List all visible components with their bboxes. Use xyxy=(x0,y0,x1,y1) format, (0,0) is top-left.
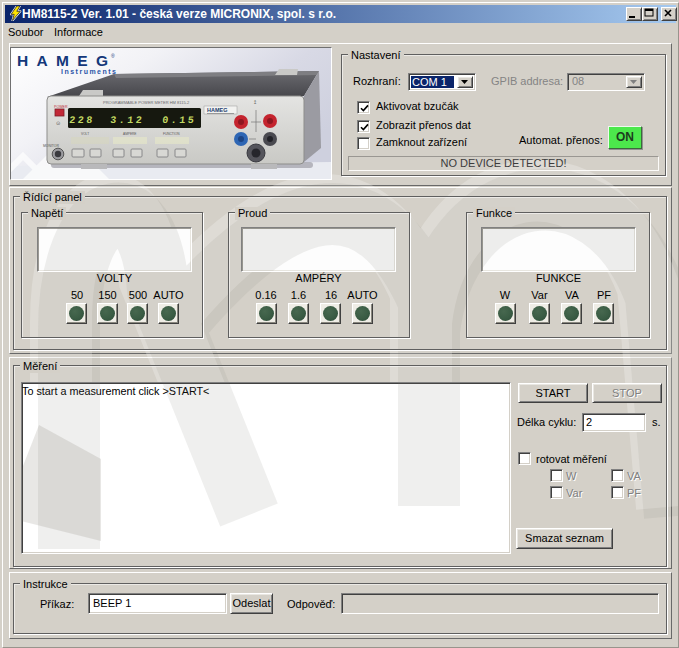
svg-text:MONITOR: MONITOR xyxy=(43,144,59,148)
svg-text:0.15: 0.15 xyxy=(162,115,197,126)
svg-text:PROGRAMMABLE POWER METER HM: PROGRAMMABLE POWER METER HM 8115-2 xyxy=(103,100,190,105)
svg-text:⊙: ⊙ xyxy=(56,120,60,126)
svg-text:FUNCTION: FUNCTION xyxy=(163,132,180,136)
svg-text:®: ® xyxy=(111,53,115,59)
svg-text:VOLT: VOLT xyxy=(81,132,89,136)
svg-text:↥: ↥ xyxy=(253,99,257,105)
svg-text:3.12: 3.12 xyxy=(110,115,145,126)
svg-text:HAMEG: HAMEG xyxy=(207,107,227,113)
svg-text:AMPERE: AMPERE xyxy=(123,132,136,136)
svg-text:Instruments: Instruments xyxy=(61,68,116,75)
svg-text:228: 228 xyxy=(69,115,96,126)
svg-text:POWER: POWER xyxy=(54,105,68,109)
